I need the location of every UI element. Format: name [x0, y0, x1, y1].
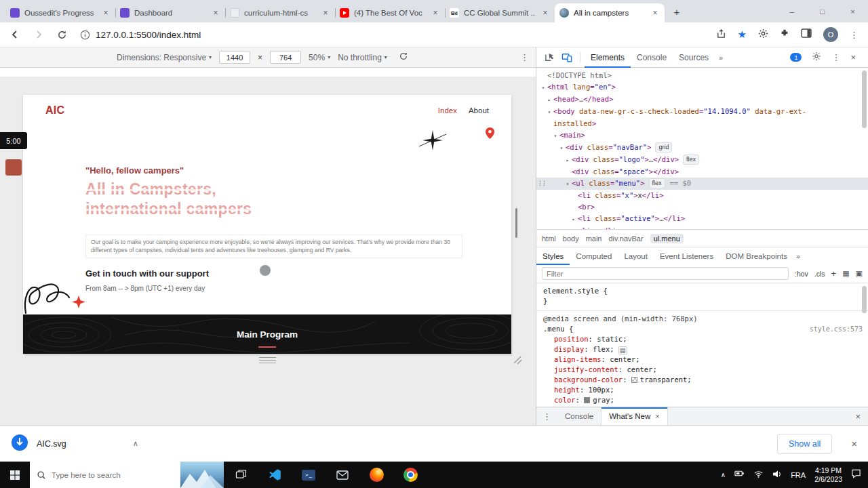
- browser-tab[interactable]: Dashboard ×: [115, 3, 225, 22]
- css-property[interactable]: align-items: center;: [536, 354, 868, 365]
- page-scrollbar[interactable]: [515, 208, 517, 238]
- device-toolbar-toggle-icon[interactable]: [558, 52, 576, 62]
- chevron-down-icon[interactable]: ▾: [551, 130, 559, 142]
- tree-row[interactable]: ▸<div class="logo">…</div>flex: [536, 154, 868, 166]
- drawer-tab-console[interactable]: Console: [557, 407, 601, 426]
- tree-row[interactable]: ▾<div class="navBar">grid: [536, 142, 868, 154]
- styles-scrollbar[interactable]: [862, 286, 867, 313]
- tab-close-icon[interactable]: ×: [101, 8, 111, 18]
- drawer-close-icon[interactable]: ×: [855, 412, 868, 421]
- tree-row[interactable]: <li class="x">x</li>: [536, 190, 868, 201]
- firefox-icon[interactable]: [359, 462, 393, 488]
- more-sidebar-tabs-icon[interactable]: »: [796, 252, 800, 260]
- css-source-link[interactable]: style.css:573: [810, 324, 863, 334]
- battery-icon[interactable]: [734, 468, 745, 481]
- tab-dom-breakpoints[interactable]: DOM Breakpoints: [719, 247, 793, 265]
- chevron-down-icon[interactable]: ▾: [564, 178, 572, 190]
- css-selector[interactable]: .menu {: [543, 324, 573, 334]
- profile-avatar[interactable]: O: [823, 27, 838, 42]
- tab-close-icon[interactable]: ×: [431, 8, 440, 18]
- throttling-dropdown[interactable]: No throttling ▾: [338, 53, 387, 62]
- new-tab-button[interactable]: +: [669, 4, 685, 20]
- downloaded-file-icon[interactable]: [11, 434, 28, 454]
- breadcrumb-item[interactable]: html: [542, 235, 556, 243]
- browser-tab[interactable]: Bē CC Global Summit ... ×: [445, 3, 555, 22]
- devtools-menu-icon[interactable]: ⋮: [831, 53, 840, 62]
- styles-pane-options-icon[interactable]: ▣: [856, 269, 863, 278]
- tab-close-icon[interactable]: ×: [321, 8, 330, 18]
- issues-counter-badge[interactable]: 1: [790, 53, 802, 62]
- devtools-tab-elements[interactable]: Elements: [585, 47, 631, 68]
- rotate-viewport-icon[interactable]: [399, 52, 408, 63]
- downloaded-file-name[interactable]: AIC.svg: [37, 439, 66, 449]
- chevron-right-icon[interactable]: ▸: [570, 214, 578, 225]
- browser-menu-icon[interactable]: ⋮: [850, 30, 859, 39]
- breadcrumb-item[interactable]: main: [586, 235, 602, 243]
- flex-editor-icon[interactable]: ▤: [618, 346, 627, 354]
- language-indicator[interactable]: FRA: [791, 471, 806, 479]
- site-info-icon[interactable]: [80, 30, 90, 40]
- taskbar-clock[interactable]: 4:19 PM 2/6/2023: [814, 466, 842, 483]
- tab-layout[interactable]: Layout: [618, 247, 654, 265]
- refresh-icon[interactable]: [57, 30, 67, 40]
- tree-row[interactable]: ▸<li class="active">…</li>: [536, 213, 868, 225]
- devtools-settings-icon[interactable]: [812, 52, 821, 63]
- drawer-menu-icon[interactable]: ⋮: [536, 412, 557, 421]
- zoom-dropdown[interactable]: 50% ▾: [309, 53, 330, 62]
- flex-badge[interactable]: flex: [649, 178, 665, 188]
- element-classes-button[interactable]: .cls: [814, 270, 825, 278]
- minimize-button[interactable]: –: [776, 7, 807, 16]
- browser-tab[interactable]: curriculum-html-cs ×: [225, 3, 335, 22]
- tray-expand-icon[interactable]: ∧: [721, 471, 726, 479]
- task-view-button[interactable]: [224, 462, 258, 488]
- action-center-icon[interactable]: [851, 468, 861, 481]
- inspect-element-icon[interactable]: [540, 52, 558, 62]
- more-panels-icon[interactable]: »: [719, 54, 723, 62]
- tab-close-icon[interactable]: ×: [211, 8, 220, 18]
- search-input[interactable]: [52, 471, 180, 479]
- css-property[interactable]: color: gray;: [536, 395, 868, 405]
- main-program-banner[interactable]: Main Program: [23, 314, 511, 354]
- element-style-open[interactable]: element.style {: [536, 286, 868, 296]
- drawer-tab-whats-new[interactable]: What's New ×: [601, 407, 667, 426]
- breadcrumb-item[interactable]: body: [563, 235, 579, 243]
- css-property[interactable]: display: flex;▤: [536, 344, 868, 354]
- tree-row[interactable]: <div class="space"></div>: [536, 166, 868, 178]
- dimensions-dropdown[interactable]: Dimensions: Responsive ▾: [117, 53, 212, 62]
- tree-row[interactable]: <br>: [536, 201, 868, 213]
- media-query[interactable]: @media screen and (min-width: 768px): [536, 314, 868, 324]
- flex-badge[interactable]: flex: [683, 155, 699, 165]
- maximize-button[interactable]: □: [807, 7, 837, 16]
- wifi-icon[interactable]: [753, 469, 764, 481]
- css-property[interactable]: background-color: transparent;: [536, 375, 868, 385]
- viewport-height-input[interactable]: [270, 51, 301, 64]
- browser-tab[interactable]: Oussedit's Progress ×: [5, 3, 115, 22]
- extension-icon[interactable]: [780, 28, 789, 41]
- nav-link-about[interactable]: About: [469, 106, 489, 115]
- forward-icon[interactable]: [33, 29, 44, 40]
- toggle-element-state-button[interactable]: :hov: [795, 270, 808, 278]
- nav-link-index[interactable]: Index: [438, 106, 457, 115]
- viewport-resize-handle[interactable]: [259, 357, 276, 363]
- browser-tab[interactable]: (4) The Best Of Voc ×: [335, 3, 445, 22]
- tree-row[interactable]: ▾<main>: [536, 129, 868, 142]
- volume-icon[interactable]: [772, 469, 782, 481]
- tree-row[interactable]: installed>: [536, 118, 868, 129]
- back-icon[interactable]: [9, 29, 20, 40]
- extensions-gear-icon[interactable]: [758, 28, 768, 41]
- site-logo[interactable]: AIC: [45, 104, 64, 117]
- window-close-button[interactable]: ×: [837, 7, 868, 16]
- breadcrumb-item[interactable]: div.navBar: [608, 235, 643, 243]
- url-text[interactable]: 127.0.0.1:5500/index.html: [96, 30, 201, 40]
- tab-close-icon[interactable]: ×: [650, 8, 660, 18]
- vscode-icon[interactable]: [258, 462, 292, 488]
- styles-filter-input[interactable]: [542, 267, 789, 280]
- show-all-downloads-button[interactable]: Show all: [777, 434, 832, 454]
- css-property[interactable]: height: 100px;: [536, 385, 868, 395]
- close-icon[interactable]: ×: [655, 412, 659, 420]
- browser-tab[interactable]: All in campsters ×: [555, 3, 665, 22]
- mail-icon[interactable]: [326, 462, 359, 488]
- powershell-icon[interactable]: >_: [292, 462, 326, 488]
- side-panel-icon[interactable]: [801, 28, 812, 41]
- chevron-right-icon[interactable]: ▸: [545, 94, 553, 106]
